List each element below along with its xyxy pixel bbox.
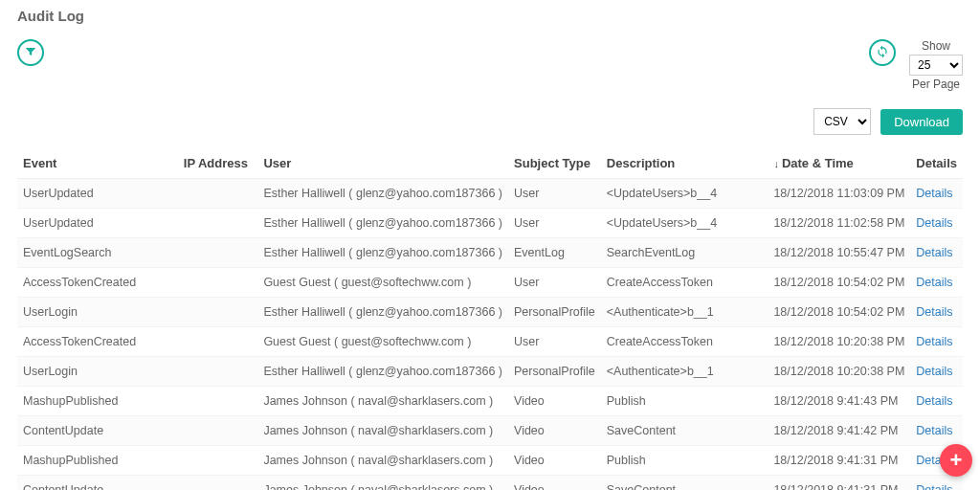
- cell-subject: Video: [508, 416, 601, 446]
- cell-event: UserUpdated: [17, 209, 178, 238]
- cell-subject: User: [508, 268, 601, 298]
- table-row: ContentUpdateJames Johnson ( naval@shark…: [17, 476, 963, 491]
- plus-icon: +: [950, 448, 963, 473]
- col-subject[interactable]: Subject Type: [508, 148, 601, 179]
- cell-event: AccessTokenCreated: [17, 268, 178, 298]
- col-details: Details: [910, 148, 963, 179]
- cell-subject: Video: [508, 387, 601, 416]
- cell-user: Esther Halliwell ( glenz@yahoo.com187366…: [257, 209, 508, 238]
- cell-event: MashupPublished: [17, 446, 178, 476]
- cell-date: 18/12/2018 10:54:02 PM: [768, 268, 910, 298]
- cell-date: 18/12/2018 10:55:47 PM: [768, 238, 910, 268]
- cell-ip: [178, 476, 258, 491]
- cell-subject: EventLog: [508, 238, 601, 268]
- cell-ip: [178, 387, 258, 416]
- add-fab[interactable]: +: [940, 444, 972, 477]
- table-row: AccessTokenCreatedGuest Guest ( guest@so…: [17, 268, 963, 298]
- cell-date: 18/12/2018 9:41:43 PM: [768, 387, 910, 416]
- details-link[interactable]: Details: [916, 246, 952, 259]
- filter-icon: [24, 45, 37, 61]
- cell-user: Esther Halliwell ( glenz@yahoo.com187366…: [257, 298, 508, 327]
- col-ip[interactable]: IP Address: [178, 148, 258, 179]
- cell-description: Publish: [601, 446, 768, 476]
- filter-button[interactable]: [17, 39, 44, 66]
- table-header-row: Event IP Address User Subject Type Descr…: [17, 148, 963, 179]
- cell-description: CreateAccessToken: [601, 268, 768, 298]
- table-row: ContentUpdateJames Johnson ( naval@shark…: [17, 416, 963, 446]
- cell-user: James Johnson ( naval@sharklasers.com ): [257, 476, 508, 491]
- cell-description: SaveContent: [601, 476, 768, 491]
- cell-user: Esther Halliwell ( glenz@yahoo.com187366…: [257, 179, 508, 209]
- details-link[interactable]: Details: [916, 424, 952, 437]
- cell-user: Esther Halliwell ( glenz@yahoo.com187366…: [257, 238, 508, 268]
- cell-subject: PersonalProfile: [508, 357, 601, 387]
- cell-event: UserLogin: [17, 298, 178, 327]
- details-link[interactable]: Details: [916, 483, 952, 490]
- cell-event: UserLogin: [17, 357, 178, 387]
- table-row: UserLoginEsther Halliwell ( glenz@yahoo.…: [17, 357, 963, 387]
- cell-ip: [178, 327, 258, 357]
- cell-ip: [178, 446, 258, 476]
- export-format-select[interactable]: CSV: [813, 108, 871, 135]
- page-size-block: Show 25 Per Page: [909, 39, 963, 91]
- cell-date: 18/12/2018 11:03:09 PM: [768, 179, 910, 209]
- col-description[interactable]: Description: [601, 148, 768, 179]
- export-row: CSV Download: [17, 108, 963, 135]
- table-row: AccessTokenCreatedGuest Guest ( guest@so…: [17, 327, 963, 357]
- audit-table: Event IP Address User Subject Type Descr…: [17, 148, 963, 490]
- table-row: EventLogSearchEsther Halliwell ( glenz@y…: [17, 238, 963, 268]
- cell-date: 18/12/2018 10:20:38 PM: [768, 327, 910, 357]
- refresh-icon: [876, 45, 889, 61]
- download-button[interactable]: Download: [880, 109, 963, 135]
- cell-description: Publish: [601, 387, 768, 416]
- details-link[interactable]: Details: [916, 394, 952, 408]
- details-link[interactable]: Details: [916, 276, 952, 289]
- cell-event: MashupPublished: [17, 387, 178, 416]
- cell-description: <UpdateUsers>b__4: [601, 209, 768, 238]
- cell-description: <Authenticate>b__1: [601, 357, 768, 387]
- cell-event: UserUpdated: [17, 179, 178, 209]
- cell-user: James Johnson ( naval@sharklasers.com ): [257, 446, 508, 476]
- cell-ip: [178, 209, 258, 238]
- per-page-label: Per Page: [912, 78, 960, 91]
- cell-date: 18/12/2018 9:41:31 PM: [768, 476, 910, 491]
- cell-description: SaveContent: [601, 416, 768, 446]
- cell-subject: Video: [508, 476, 601, 491]
- cell-date: 18/12/2018 11:02:58 PM: [768, 209, 910, 238]
- table-row: MashupPublishedJames Johnson ( naval@sha…: [17, 387, 963, 416]
- show-label: Show: [922, 39, 950, 53]
- cell-description: <Authenticate>b__1: [601, 298, 768, 327]
- col-event[interactable]: Event: [17, 148, 178, 179]
- cell-user: James Johnson ( naval@sharklasers.com ): [257, 387, 508, 416]
- cell-user: Guest Guest ( guest@softechww.com ): [257, 268, 508, 298]
- cell-event: ContentUpdate: [17, 416, 178, 446]
- cell-ip: [178, 268, 258, 298]
- cell-event: ContentUpdate: [17, 476, 178, 491]
- cell-ip: [178, 416, 258, 446]
- table-row: MashupPublishedJames Johnson ( naval@sha…: [17, 446, 963, 476]
- cell-ip: [178, 179, 258, 209]
- col-date[interactable]: ↓Date & Time: [768, 148, 910, 179]
- cell-date: 18/12/2018 10:20:38 PM: [768, 357, 910, 387]
- cell-description: CreateAccessToken: [601, 327, 768, 357]
- details-link[interactable]: Details: [916, 187, 952, 200]
- cell-ip: [178, 357, 258, 387]
- cell-subject: PersonalProfile: [508, 298, 601, 327]
- col-user[interactable]: User: [257, 148, 508, 179]
- cell-subject: User: [508, 209, 601, 238]
- cell-user: James Johnson ( naval@sharklasers.com ): [257, 416, 508, 446]
- cell-event: EventLogSearch: [17, 238, 178, 268]
- cell-user: Guest Guest ( guest@softechww.com ): [257, 327, 508, 357]
- cell-event: AccessTokenCreated: [17, 327, 178, 357]
- cell-subject: User: [508, 179, 601, 209]
- details-link[interactable]: Details: [916, 335, 952, 348]
- page-size-select[interactable]: 25: [909, 55, 963, 76]
- cell-ip: [178, 238, 258, 268]
- details-link[interactable]: Details: [916, 365, 952, 378]
- details-link[interactable]: Details: [916, 216, 952, 230]
- table-row: UserUpdatedEsther Halliwell ( glenz@yaho…: [17, 209, 963, 238]
- details-link[interactable]: Details: [916, 305, 952, 319]
- sort-desc-icon: ↓: [773, 158, 779, 169]
- cell-subject: User: [508, 327, 601, 357]
- refresh-button[interactable]: [869, 39, 896, 66]
